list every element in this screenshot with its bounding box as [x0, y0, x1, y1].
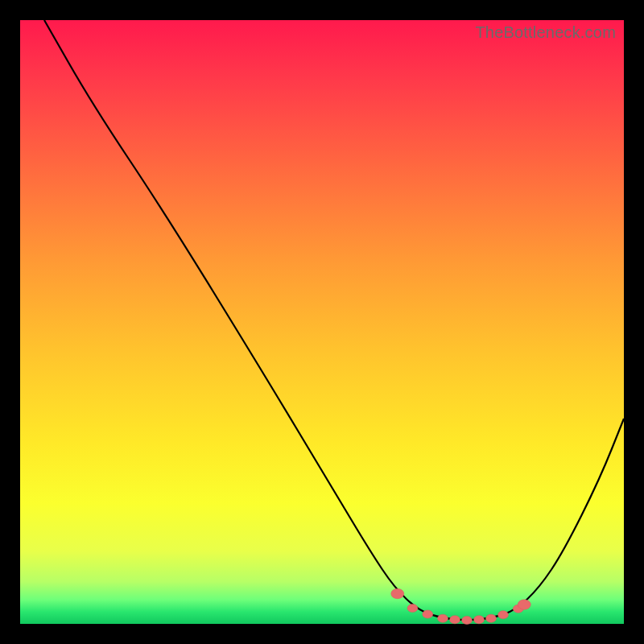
curve-bead [498, 611, 509, 619]
curve-bead [407, 604, 418, 612]
curve-bead [486, 614, 497, 622]
curve-bead [450, 616, 460, 624]
curve-bead [438, 614, 448, 622]
curve-bead [423, 610, 433, 618]
curve-bead [474, 616, 485, 624]
curve-bead [462, 616, 473, 624]
bottleneck-curve-svg [20, 20, 624, 624]
bottleneck-curve-line [44, 20, 624, 620]
chart-plot-area: TheBottleneck.com [20, 20, 624, 624]
watermark-text: TheBottleneck.com [475, 23, 616, 42]
curve-bead [518, 600, 530, 609]
curve-bead [391, 588, 404, 598]
